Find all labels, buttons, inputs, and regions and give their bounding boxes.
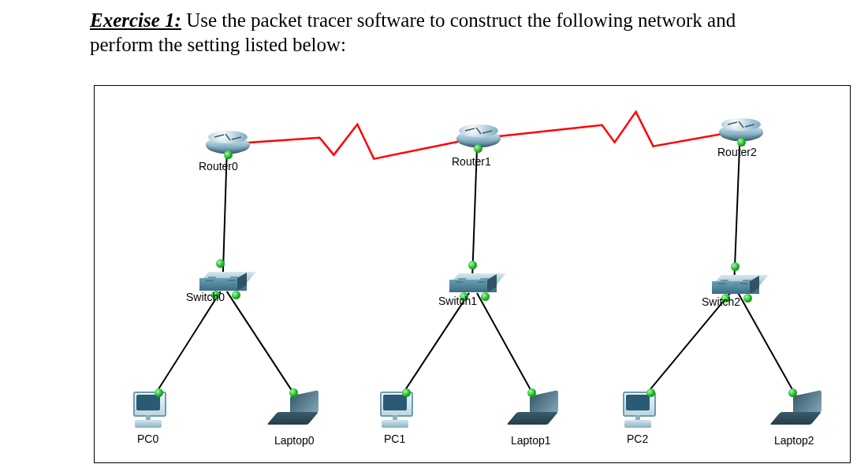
pc-label: PC2 bbox=[627, 432, 648, 445]
link-copper-switch2-laptop2 bbox=[738, 293, 797, 398]
link-serial-router0-router1 bbox=[229, 124, 474, 159]
pc-icon[interactable] bbox=[130, 392, 168, 428]
laptop-label: Laptop2 bbox=[774, 434, 814, 447]
laptop-icon[interactable] bbox=[517, 393, 563, 428]
laptop-icon[interactable] bbox=[780, 393, 826, 428]
laptop-label: Laptop0 bbox=[274, 434, 315, 447]
port-status-icon bbox=[646, 388, 655, 397]
port-status-icon bbox=[232, 291, 240, 299]
port-status-icon bbox=[155, 388, 163, 397]
laptop-icon[interactable] bbox=[278, 393, 323, 428]
port-status-icon bbox=[788, 388, 797, 397]
switch-label: Switch2 bbox=[702, 295, 740, 308]
port-status-icon bbox=[402, 388, 411, 397]
link-copper-switch2-pc2 bbox=[643, 293, 731, 398]
router-label: Router2 bbox=[717, 146, 757, 158]
link-copper-switch0-laptop0 bbox=[227, 291, 297, 398]
port-status-icon bbox=[481, 292, 490, 301]
port-status-icon bbox=[731, 262, 739, 271]
port-status-icon bbox=[743, 294, 752, 303]
port-status-icon bbox=[216, 259, 225, 268]
link-copper-switch0-pc0 bbox=[153, 291, 221, 398]
exercise-text: Use the packet tracer software to constr… bbox=[90, 9, 736, 55]
router-label: Router0 bbox=[199, 160, 238, 173]
pc-icon[interactable] bbox=[620, 392, 658, 428]
link-copper-router2-switch2 bbox=[734, 143, 739, 281]
switch-label: Switch1 bbox=[438, 295, 477, 307]
exercise-label: Exercise 1: bbox=[90, 9, 181, 31]
port-status-icon bbox=[224, 150, 233, 159]
port-status-icon bbox=[474, 144, 482, 153]
topology-frame: Router0 Router1 Router2 Switch0 Switch1 bbox=[94, 85, 851, 463]
pc-label: PC1 bbox=[384, 432, 405, 445]
port-status-icon bbox=[468, 261, 477, 269]
port-status-icon bbox=[289, 388, 298, 397]
pc-icon[interactable] bbox=[377, 392, 415, 428]
link-serial-router1-router2 bbox=[479, 112, 736, 147]
exercise-instructions: Exercise 1: Use the packet tracer softwa… bbox=[90, 8, 792, 58]
link-copper-switch1-laptop1 bbox=[477, 293, 535, 398]
port-status-icon bbox=[527, 388, 536, 397]
switch-icon[interactable] bbox=[449, 273, 497, 297]
router-label: Router1 bbox=[452, 155, 491, 168]
switch-label: Switch0 bbox=[186, 291, 225, 303]
pc-label: PC0 bbox=[137, 432, 158, 445]
link-copper-switch1-pc1 bbox=[400, 293, 469, 398]
laptop-label: Laptop1 bbox=[511, 434, 551, 447]
